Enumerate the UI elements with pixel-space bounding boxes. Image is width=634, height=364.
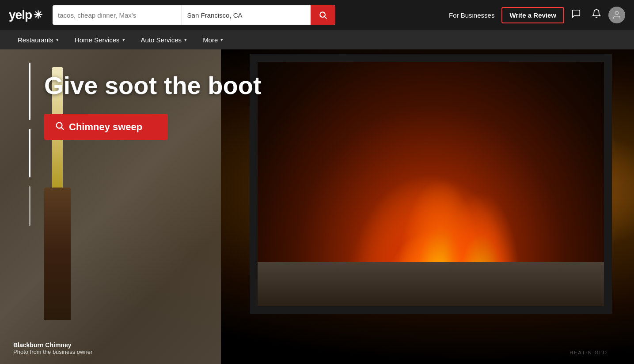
chimney-sweep-button[interactable]: Chimney sweep <box>44 114 168 140</box>
v-line-inactive <box>29 186 30 226</box>
chevron-down-icon: ▾ <box>122 37 125 43</box>
hero-content: Give soot the boot Chimney sweep <box>44 71 262 140</box>
candle-base <box>44 188 71 320</box>
svg-point-3 <box>57 123 62 128</box>
nav-item-more[interactable]: More ▾ <box>196 32 230 48</box>
user-avatar-button[interactable] <box>608 7 625 23</box>
nav-home-services-label: Home Services <box>75 36 120 44</box>
hero-headline: Give soot the boot <box>44 71 262 100</box>
nav-restaurants-label: Restaurants <box>18 36 53 44</box>
nav-bar: Restaurants ▾ Home Services ▾ Auto Servi… <box>0 30 634 49</box>
header-actions: For Businesses Write a Review <box>445 7 625 23</box>
chimney-search-icon <box>55 121 65 133</box>
fireplace-ledge <box>258 262 604 306</box>
svg-point-0 <box>320 12 325 17</box>
chevron-down-icon: ▾ <box>56 37 59 43</box>
hero-section: Give soot the boot Chimney sweep Blackbu… <box>0 49 634 364</box>
search-bar <box>53 5 335 25</box>
yelp-logo[interactable]: yelp✳ <box>9 8 42 22</box>
nav-more-label: More <box>203 36 218 44</box>
header: yelp✳ For Businesses Write a Review <box>0 0 634 30</box>
bell-icon <box>592 9 601 21</box>
write-review-button[interactable]: Write a Review <box>501 7 564 23</box>
nav-item-home-services[interactable]: Home Services ▾ <box>68 32 132 48</box>
v-line-active-2 <box>29 129 30 177</box>
chevron-down-icon: ▾ <box>184 37 187 43</box>
nav-auto-services-label: Auto Services <box>141 36 182 44</box>
search-icon <box>319 11 327 19</box>
fireplace-frame <box>250 54 612 314</box>
v-line-active-1 <box>29 63 30 120</box>
brand-watermark: HEAT·N·GLO <box>569 350 607 355</box>
logo-text: yelp <box>9 8 32 22</box>
chimney-sweep-label: Chimney sweep <box>69 121 142 133</box>
svg-point-2 <box>615 11 618 15</box>
search-button[interactable] <box>311 5 335 25</box>
photo-credit: Blackburn Chimney Photo from the busines… <box>13 341 92 355</box>
nav-item-restaurants[interactable]: Restaurants ▾ <box>11 32 66 48</box>
search-location-input[interactable] <box>182 5 311 25</box>
for-businesses-link[interactable]: For Businesses <box>445 11 498 19</box>
messages-icon <box>571 9 581 21</box>
avatar-icon <box>612 10 622 20</box>
photo-credit-subtitle: Photo from the business owner <box>13 349 92 355</box>
messages-button[interactable] <box>568 7 585 23</box>
logo-burst: ✳ <box>34 9 42 21</box>
svg-line-1 <box>325 17 327 19</box>
search-find-input[interactable] <box>53 5 182 25</box>
svg-line-4 <box>61 128 64 130</box>
chevron-down-icon: ▾ <box>220 37 223 43</box>
notifications-button[interactable] <box>588 7 605 23</box>
vertical-indicator <box>29 63 30 351</box>
photo-credit-name: Blackburn Chimney <box>13 341 92 349</box>
nav-item-auto-services[interactable]: Auto Services ▾ <box>134 32 194 48</box>
